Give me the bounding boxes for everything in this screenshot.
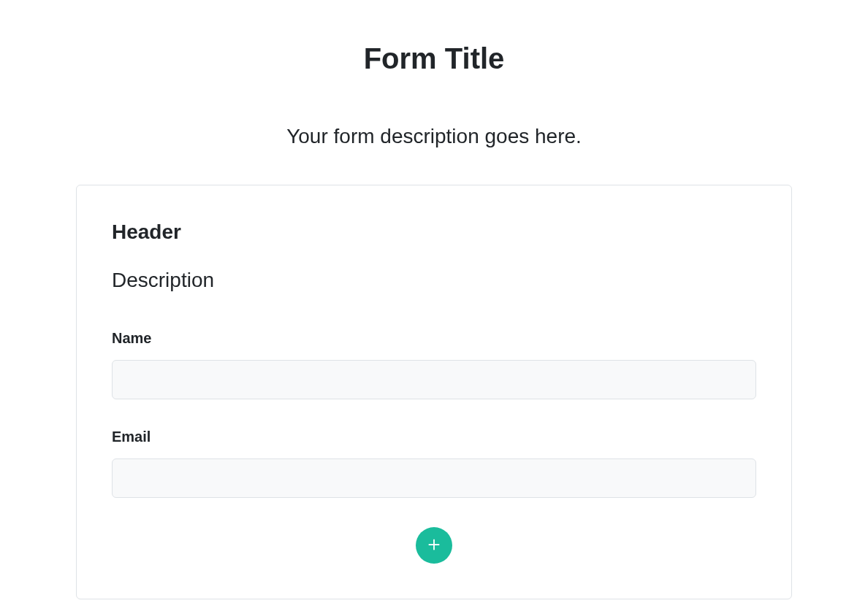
add-button[interactable] — [416, 527, 452, 564]
name-input[interactable] — [112, 360, 756, 399]
card-header: Header — [112, 220, 756, 244]
email-input[interactable] — [112, 458, 756, 498]
field-group-name: Name — [112, 330, 756, 399]
form-title: Form Title — [76, 42, 792, 75]
field-group-email: Email — [112, 429, 756, 498]
email-label: Email — [112, 429, 756, 445]
name-label: Name — [112, 330, 756, 347]
form-card: Header Description Name Email — [76, 185, 792, 599]
card-subheader: Description — [112, 269, 756, 292]
form-description: Your form description goes here. — [76, 125, 792, 148]
plus-icon — [426, 537, 442, 555]
